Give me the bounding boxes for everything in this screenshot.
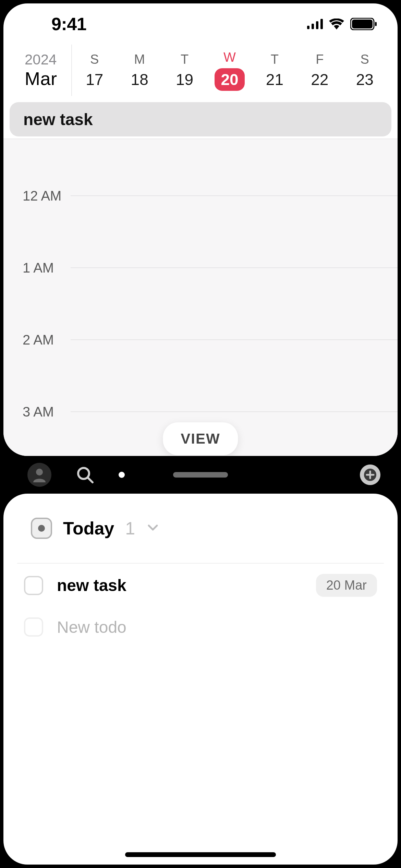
calendar-date: 17 [86, 70, 103, 89]
add-button[interactable] [360, 465, 380, 485]
calendar-day[interactable]: T19 [162, 45, 207, 96]
plus-icon [364, 469, 376, 481]
calendar-week-header: 2024 Mar S17M18T19W20T21F22S23 [3, 45, 398, 96]
calendar-panel: 9:41 2024 Mar S17M18T19W20T21F22S23 new … [3, 3, 398, 456]
svg-line-9 [88, 478, 93, 482]
calendar-date: 19 [176, 70, 193, 89]
time-gridline [71, 339, 398, 340]
todo-label: New todo [57, 618, 377, 637]
calendar-dow: S [90, 52, 99, 67]
time-label: 1 AM [23, 260, 71, 276]
battery-icon [350, 18, 377, 30]
today-header[interactable]: Today 1 [3, 494, 398, 553]
person-icon [32, 467, 47, 482]
calendar-dow: W [223, 50, 236, 65]
calendar-year: 2024 [25, 51, 71, 68]
todo-list: new task20 MarNew todo [3, 564, 398, 647]
calendar-day[interactable]: T21 [252, 45, 297, 96]
time-gridline [71, 195, 398, 196]
svg-rect-5 [352, 20, 373, 28]
svg-point-7 [36, 469, 43, 475]
time-label: 2 AM [23, 332, 71, 348]
status-bar: 9:41 [3, 3, 398, 45]
calendar-day[interactable]: M18 [117, 45, 162, 96]
calendar-date: 18 [131, 70, 148, 89]
page-indicator-dot [119, 472, 125, 478]
calendar-dow: S [361, 52, 369, 67]
todo-checkbox[interactable] [24, 617, 43, 637]
time-row: 2 AM [3, 304, 398, 376]
middle-toolbar [0, 456, 401, 494]
calendar-month: Mar [25, 68, 71, 89]
cellular-icon [307, 19, 323, 29]
calendar-date: 22 [311, 70, 328, 89]
svg-rect-6 [375, 22, 377, 26]
todo-panel: Today 1 new task20 MarNew todo [3, 494, 398, 865]
calendar-month-column[interactable]: 2024 Mar [14, 45, 72, 96]
today-count: 1 [125, 518, 135, 539]
view-button[interactable]: VIEW [163, 422, 238, 455]
home-indicator[interactable] [125, 852, 276, 857]
todo-date-pill: 20 Mar [316, 574, 377, 597]
svg-rect-0 [307, 26, 309, 29]
time-label: 3 AM [23, 404, 71, 420]
calendar-day[interactable]: F22 [297, 45, 342, 96]
calendar-timeline[interactable]: 12 AM1 AM2 AM3 AM VIEW [3, 138, 398, 456]
svg-rect-2 [316, 21, 318, 29]
time-row: 12 AM [3, 160, 398, 232]
todo-checkbox[interactable] [24, 576, 43, 595]
calendar-dow: T [181, 52, 189, 67]
profile-button[interactable] [27, 463, 51, 487]
status-indicators [307, 18, 377, 30]
calendar-date: 20 [215, 68, 244, 91]
todo-label: new task [57, 576, 302, 595]
calendar-day[interactable]: W20 [207, 45, 252, 96]
time-row: 1 AM [3, 232, 398, 304]
calendar-dow: F [316, 52, 324, 67]
search-icon [75, 465, 95, 484]
calendar-day[interactable]: S17 [72, 45, 117, 96]
chevron-down-icon [146, 521, 160, 536]
todo-item[interactable]: new task20 Mar [3, 564, 398, 607]
time-label: 12 AM [23, 188, 71, 204]
today-icon [31, 518, 52, 539]
calendar-dow: M [134, 52, 145, 67]
calendar-date: 23 [356, 70, 374, 89]
calendar-days-row: S17M18T19W20T21F22S23 [72, 45, 387, 96]
svg-rect-1 [312, 24, 314, 29]
wifi-icon [329, 19, 344, 29]
time-gridline [71, 267, 398, 268]
today-title: Today [63, 518, 114, 539]
calendar-task-pill[interactable]: new task [10, 102, 391, 136]
calendar-dow: T [271, 52, 279, 67]
drag-handle[interactable] [173, 472, 228, 478]
status-time: 9:41 [51, 14, 86, 34]
todo-item[interactable]: New todo [3, 607, 398, 647]
calendar-date: 21 [266, 70, 283, 89]
time-gridline [71, 411, 398, 412]
calendar-day[interactable]: S23 [342, 45, 387, 96]
svg-rect-3 [320, 19, 323, 29]
search-button[interactable] [75, 465, 95, 484]
